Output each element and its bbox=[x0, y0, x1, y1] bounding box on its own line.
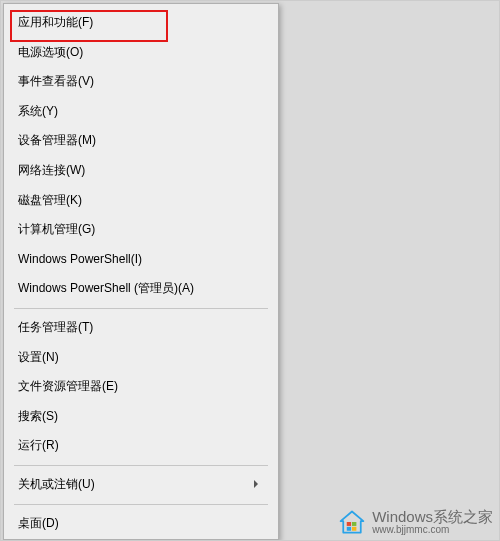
menu-item-label: 桌面(D) bbox=[18, 509, 59, 539]
svg-rect-1 bbox=[352, 522, 356, 526]
menu-shutdown-signout[interactable]: 关机或注销(U) bbox=[4, 470, 278, 500]
menu-separator bbox=[14, 465, 268, 466]
menu-device-manager[interactable]: 设备管理器(M) bbox=[4, 126, 278, 156]
menu-item-label: Windows PowerShell (管理员)(A) bbox=[18, 274, 194, 304]
svg-rect-3 bbox=[352, 527, 356, 531]
menu-apps-features[interactable]: 应用和功能(F) bbox=[4, 8, 278, 38]
watermark-text: Windows系统之家 www.bjjmmc.com bbox=[372, 509, 493, 536]
menu-power-options[interactable]: 电源选项(O) bbox=[4, 38, 278, 68]
menu-separator bbox=[14, 504, 268, 505]
menu-task-manager[interactable]: 任务管理器(T) bbox=[4, 313, 278, 343]
menu-file-explorer[interactable]: 文件资源管理器(E) bbox=[4, 372, 278, 402]
chevron-right-icon bbox=[252, 470, 260, 500]
menu-event-viewer[interactable]: 事件查看器(V) bbox=[4, 67, 278, 97]
menu-network-connections[interactable]: 网络连接(W) bbox=[4, 156, 278, 186]
menu-item-label: 系统(Y) bbox=[18, 97, 58, 127]
menu-item-label: 事件查看器(V) bbox=[18, 67, 94, 97]
watermark-site: www.bjjmmc.com bbox=[372, 525, 493, 535]
menu-powershell[interactable]: Windows PowerShell(I) bbox=[4, 245, 278, 275]
house-logo-icon bbox=[338, 508, 366, 536]
menu-separator bbox=[14, 308, 268, 309]
winx-context-menu: 应用和功能(F) 电源选项(O) 事件查看器(V) 系统(Y) 设备管理器(M)… bbox=[3, 3, 279, 540]
watermark-brand: Windows系统之家 bbox=[372, 509, 493, 526]
menu-item-label: 磁盘管理(K) bbox=[18, 186, 82, 216]
menu-powershell-admin[interactable]: Windows PowerShell (管理员)(A) bbox=[4, 274, 278, 304]
menu-item-label: 关机或注销(U) bbox=[18, 470, 95, 500]
menu-item-label: 计算机管理(G) bbox=[18, 215, 95, 245]
menu-settings[interactable]: 设置(N) bbox=[4, 343, 278, 373]
menu-item-label: 电源选项(O) bbox=[18, 38, 83, 68]
svg-rect-2 bbox=[347, 527, 351, 531]
menu-search[interactable]: 搜索(S) bbox=[4, 402, 278, 432]
menu-item-label: 设备管理器(M) bbox=[18, 126, 96, 156]
menu-disk-management[interactable]: 磁盘管理(K) bbox=[4, 186, 278, 216]
menu-item-label: 运行(R) bbox=[18, 431, 59, 461]
menu-item-label: 网络连接(W) bbox=[18, 156, 85, 186]
menu-item-label: Windows PowerShell(I) bbox=[18, 245, 142, 275]
menu-item-label: 应用和功能(F) bbox=[18, 8, 93, 38]
svg-rect-0 bbox=[347, 522, 351, 526]
menu-item-label: 文件资源管理器(E) bbox=[18, 372, 118, 402]
menu-item-label: 搜索(S) bbox=[18, 402, 58, 432]
menu-desktop[interactable]: 桌面(D) bbox=[4, 509, 278, 539]
menu-system[interactable]: 系统(Y) bbox=[4, 97, 278, 127]
menu-item-label: 任务管理器(T) bbox=[18, 313, 93, 343]
menu-run[interactable]: 运行(R) bbox=[4, 431, 278, 461]
menu-computer-management[interactable]: 计算机管理(G) bbox=[4, 215, 278, 245]
watermark: Windows系统之家 www.bjjmmc.com bbox=[338, 508, 493, 536]
menu-item-label: 设置(N) bbox=[18, 343, 59, 373]
